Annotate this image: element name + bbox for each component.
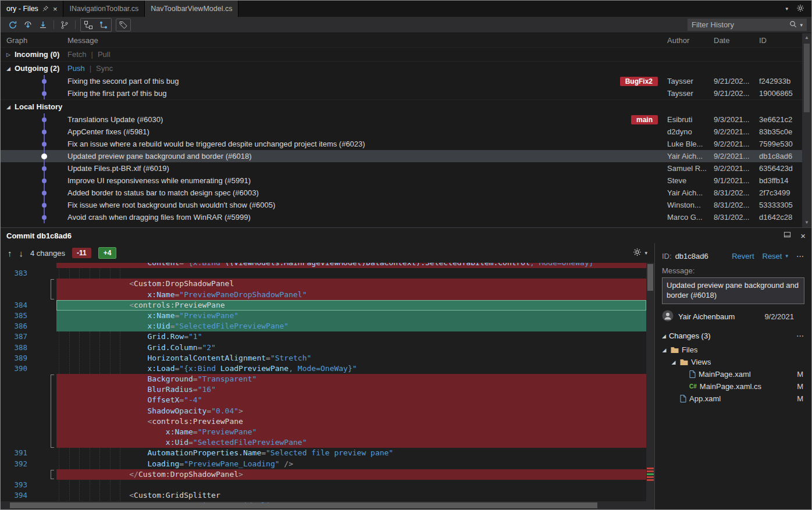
history-section-row[interactable]: ▷Incoming (0)Fetch|Pull xyxy=(1,47,811,61)
revert-link[interactable]: Revert xyxy=(732,252,754,261)
close-pane-icon[interactable]: × xyxy=(800,231,806,241)
diff-line[interactable]: <controls:PreviewPane xyxy=(1,416,646,427)
changes-section-header[interactable]: ◢ Changes (3) ⋯ xyxy=(655,323,811,341)
section-expander-icon[interactable]: ◢ xyxy=(5,104,12,110)
tree-item-views[interactable]: ◢Views xyxy=(655,356,811,368)
fetch-button[interactable] xyxy=(20,19,35,31)
history-scrollbar[interactable]: ▲ ▼ xyxy=(802,33,811,227)
changes-more-button[interactable]: ⋯ xyxy=(796,331,804,340)
tree-expander-icon[interactable]: ◢ xyxy=(670,359,677,365)
diff-vertical-scrollbar[interactable] xyxy=(646,263,654,503)
diff-line[interactable]: x:Name="PreviewPaneDropShadowPanel" xyxy=(1,290,646,300)
diff-line[interactable]: 383 xyxy=(1,268,646,279)
diff-line[interactable]: 388 Grid.Column="2" xyxy=(1,343,646,353)
history-commit-row[interactable]: Fixing the second part of this bugBugFix… xyxy=(1,75,811,87)
code-token: = xyxy=(188,438,193,447)
history-commit-row[interactable]: Update Files.pt-BR.xlf (#6019)Samuel R..… xyxy=(1,162,811,174)
column-author[interactable]: Author xyxy=(663,36,709,45)
diff-line[interactable]: 390 x:Load="{x:Bind LoadPreviewPane, Mod… xyxy=(1,363,646,374)
diff-line[interactable]: Content="{x:Bind ((ViewModels:MainPageVi… xyxy=(1,263,646,268)
reset-link[interactable]: Reset xyxy=(763,252,782,261)
diff-line[interactable]: </Custom:DropShadowPanel> xyxy=(1,469,646,480)
diff-line[interactable]: ShadowOpacity="0.04"> xyxy=(1,406,646,416)
diff-line[interactable]: BlurRadius="16" xyxy=(1,384,646,395)
pin-icon[interactable] xyxy=(42,5,49,13)
show-tags-button[interactable] xyxy=(116,19,131,31)
diff-line[interactable]: 387 Grid.Row="1" xyxy=(1,331,646,342)
column-graph[interactable]: Graph xyxy=(1,36,65,45)
diff-line[interactable]: 391 AutomationProperties.Name="Selected … xyxy=(1,448,646,458)
graph-table-view-button[interactable] xyxy=(96,19,111,31)
diff-line[interactable]: 386 x:Uid="SelectedFilePreviewPane" xyxy=(1,321,646,331)
diff-line[interactable]: 384 <controls:PreviewPane xyxy=(1,300,646,311)
filter-history-input[interactable] xyxy=(692,20,786,29)
diff-line[interactable]: x:Uid="SelectedFilePreviewPane" xyxy=(1,437,646,448)
tree-item-files[interactable]: ◢Files xyxy=(655,344,811,356)
diff-line[interactable]: Background="Transparent" xyxy=(1,374,646,384)
diff-line[interactable]: <Custom:DropShadowPanel xyxy=(1,279,646,289)
pull-button[interactable] xyxy=(35,19,51,31)
scrollbar-thumb[interactable] xyxy=(804,44,810,112)
tree-item-mainpage-xaml-cs[interactable]: C#MainPage.xaml.csM xyxy=(655,380,811,393)
sync-link[interactable]: Sync xyxy=(96,64,113,73)
history-commit-row[interactable]: Fix an issue where a rebuild would be tr… xyxy=(1,138,811,150)
tree-item-mainpage-xaml[interactable]: MainPage.xamlM xyxy=(655,368,811,380)
history-commit-row[interactable]: Fixing the first part of this bugTaysser… xyxy=(1,87,811,99)
diff-line[interactable]: 385 x:Name="PreviewPane" xyxy=(1,311,646,321)
tab-inavigationtoolbar[interactable]: INavigationToolbar.cs xyxy=(63,1,145,17)
commit-message-box[interactable]: Updated preview pane background and bord… xyxy=(662,277,804,304)
section-expander-icon[interactable]: ◢ xyxy=(5,66,12,72)
close-tab-icon[interactable]: × xyxy=(53,5,58,13)
history-commit-row[interactable]: Improve UI responsiveness while enumerat… xyxy=(1,174,811,187)
next-change-button[interactable]: ↓ xyxy=(19,248,24,258)
diff-line[interactable]: 392 Loading="PreviewPane_Loading" /> xyxy=(1,459,646,469)
column-id[interactable]: ID xyxy=(754,36,802,45)
diff-line[interactable]: 395 x:Name="PreviewPaneGridSplitter" xyxy=(1,501,646,503)
diff-editor[interactable]: Content="{x:Bind ((ViewModels:MainPageVi… xyxy=(1,263,654,503)
history-commit-row[interactable]: Fix issue where root background brush wo… xyxy=(1,199,811,211)
refresh-button[interactable] xyxy=(5,19,20,31)
push-link[interactable]: Push xyxy=(67,64,85,73)
tree-expander-icon[interactable]: ◢ xyxy=(661,347,668,353)
commit-author: Steve xyxy=(663,176,709,185)
history-commit-row[interactable]: Updated preview pane background and bord… xyxy=(1,150,811,162)
history-section-row[interactable]: ◢Outgoing (2)Push|Sync xyxy=(1,61,811,75)
diff-line[interactable]: 393 xyxy=(1,480,646,490)
fetch-link[interactable]: Fetch xyxy=(67,50,87,59)
column-date[interactable]: Date xyxy=(709,36,754,45)
more-actions-button[interactable]: ⋯ xyxy=(796,252,804,261)
search-options-caret-icon[interactable]: ▾ xyxy=(800,22,803,28)
reset-caret-icon[interactable]: ▾ xyxy=(785,253,788,259)
changes-expander-icon[interactable]: ◢ xyxy=(662,333,666,339)
scrollbar-thumb[interactable] xyxy=(647,264,653,291)
diff-line[interactable]: OffsetX="-4" xyxy=(1,395,646,405)
column-message[interactable]: Message xyxy=(65,36,663,45)
id-label: ID: xyxy=(662,252,672,261)
window-settings-gear-icon[interactable] xyxy=(796,4,804,14)
history-commit-row[interactable]: Avoid crash when dragging files from Win… xyxy=(1,211,811,223)
scrollbar-thumb[interactable] xyxy=(10,502,597,508)
diff-settings-gear-icon[interactable] xyxy=(633,248,642,258)
history-commit-row[interactable]: Translations Update (#6030)mainEsibruti9… xyxy=(1,113,811,126)
section-expander-icon[interactable]: ▷ xyxy=(5,52,12,58)
graph-view-button[interactable] xyxy=(81,19,96,31)
scroll-down-arrow-icon[interactable]: ▼ xyxy=(802,218,811,227)
diff-line[interactable]: x:Name="PreviewPane" xyxy=(1,427,646,437)
history-commit-row[interactable]: AppCenter fixes (#5981)d2dyno9/2/2021...… xyxy=(1,126,811,138)
tab-history-files[interactable]: ory - Files × xyxy=(1,1,63,17)
diff-settings-caret-icon[interactable]: ▾ xyxy=(644,250,647,256)
tree-item-app-xaml[interactable]: App.xamlM xyxy=(655,393,811,405)
history-commit-row[interactable]: Added border to status bar to match desi… xyxy=(1,187,811,199)
diff-line[interactable]: 394 <Custom:GridSplitter xyxy=(1,490,646,501)
diff-line[interactable]: 389 HorizontalContentAlignment="Stretch" xyxy=(1,353,646,363)
search-icon[interactable] xyxy=(789,20,797,30)
history-section-row[interactable]: ◢Local History xyxy=(1,99,811,113)
tab-list-caret-icon[interactable]: ▾ xyxy=(785,6,788,12)
commit-message-text: Improve UI responsiveness while enumerat… xyxy=(67,176,251,185)
pane-position-icon[interactable] xyxy=(783,231,791,240)
compare-branches-button[interactable] xyxy=(57,19,72,31)
previous-change-button[interactable]: ↑ xyxy=(8,248,12,258)
scroll-up-arrow-icon[interactable]: ▲ xyxy=(802,33,811,42)
tab-navtoolbarviewmodel[interactable]: NavToolbarViewModel.cs xyxy=(145,1,238,17)
pull-link[interactable]: Pull xyxy=(98,50,111,59)
